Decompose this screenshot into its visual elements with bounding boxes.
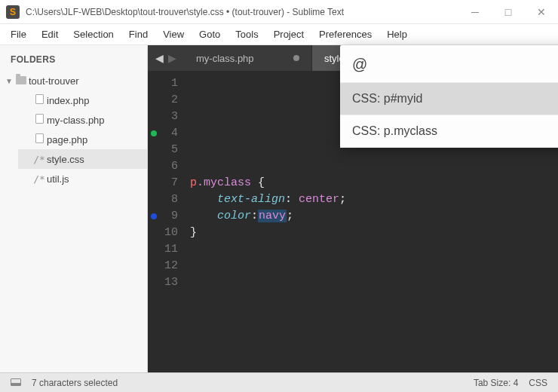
line-number: 12 — [148, 258, 178, 274]
dirty-indicator-icon — [293, 55, 299, 61]
status-syntax[interactable]: CSS — [529, 378, 547, 388]
sidebar: FOLDERS ▼ tout-trouver index.php my-clas… — [0, 45, 148, 372]
tree-file[interactable]: index.php — [18, 90, 147, 110]
title-bar: S C:\Users\JLF-WEB\Desktop\tout-trouver\… — [0, 0, 558, 24]
status-bar: 7 characters selected Tab Size: 4 CSS — [0, 372, 558, 392]
line-number: 3 — [148, 109, 178, 125]
tree-folder-root[interactable]: ▼ tout-trouver — [0, 71, 147, 90]
line-number: 1 — [148, 75, 178, 92]
menu-find[interactable]: Find — [121, 26, 155, 43]
tree-file[interactable]: my-class.php — [18, 110, 147, 130]
minimize-button[interactable]: ─ — [458, 0, 492, 24]
tree-label: style.css — [47, 154, 84, 165]
chevron-down-icon[interactable]: ▼ — [5, 77, 14, 85]
line-number: 4 — [148, 125, 178, 142]
menu-selection[interactable]: Selection — [66, 26, 121, 43]
status-selection[interactable]: 7 characters selected — [32, 378, 118, 388]
sidebar-heading: FOLDERS — [0, 50, 147, 71]
gutter-mark-icon — [151, 130, 157, 136]
maximize-button[interactable]: □ — [492, 0, 525, 24]
tab-inactive[interactable]: my-class.php — [184, 45, 312, 71]
line-number: 8 — [148, 191, 178, 208]
line-gutter: 1 2 3 4 5 6 7 8 9 10 11 12 13 — [148, 71, 184, 372]
line-number: 5 — [148, 142, 178, 158]
line-number: 13 — [148, 274, 178, 291]
status-tab-size[interactable]: Tab Size: 4 — [474, 378, 518, 388]
line-number: 6 — [148, 158, 178, 175]
file-icon — [32, 94, 47, 106]
tree-label: my-class.php — [47, 115, 105, 126]
tree-file[interactable]: page.php — [18, 130, 147, 149]
goto-option-selected[interactable]: CSS: p#myid — [340, 83, 558, 115]
menu-goto[interactable]: Goto — [192, 26, 228, 43]
tab-label: my-class.php — [196, 53, 254, 64]
menu-bar: File Edit Selection Find View Goto Tools… — [0, 24, 558, 45]
tree-file-selected[interactable]: /* style.css — [18, 149, 147, 169]
line-number: 10 — [148, 225, 178, 241]
panel-toggle-icon[interactable] — [11, 378, 21, 388]
tree-label: tout-trouver — [29, 75, 78, 87]
folder-tree: ▼ tout-trouver index.php my-class.php — [0, 71, 147, 188]
menu-file[interactable]: File — [3, 26, 34, 43]
close-button[interactable]: ✕ — [525, 0, 558, 24]
goto-symbol-popup: @ CSS: p#myid CSS: p.myclass — [340, 45, 558, 148]
menu-view[interactable]: View — [155, 26, 192, 43]
menu-help[interactable]: Help — [379, 26, 415, 43]
code-file-icon: /* — [32, 173, 47, 185]
file-icon — [32, 133, 47, 145]
menu-edit[interactable]: Edit — [34, 26, 66, 43]
tab-prev-icon[interactable]: ◀ — [155, 52, 164, 64]
file-icon — [32, 114, 47, 126]
menu-tools[interactable]: Tools — [228, 26, 265, 43]
line-number: 7 — [148, 175, 178, 191]
tree-file[interactable]: /* util.js — [18, 169, 147, 188]
app-icon: S — [6, 5, 20, 19]
tab-next-icon[interactable]: ▶ — [168, 52, 176, 64]
line-number: 2 — [148, 92, 178, 109]
selected-text: navy — [258, 210, 287, 222]
gutter-mark-icon — [151, 213, 157, 219]
tree-label: index.php — [47, 95, 89, 106]
code-file-icon: /* — [32, 154, 47, 165]
menu-preferences[interactable]: Preferences — [311, 26, 379, 43]
tree-label: page.php — [47, 134, 87, 145]
folder-icon — [14, 75, 29, 87]
editor-area: ◀ ▶ my-class.php style.css ▼ 1 2 3 4 5 6… — [148, 45, 558, 372]
window-title: C:\Users\JLF-WEB\Desktop\tout-trouver\st… — [26, 7, 458, 17]
line-number: 11 — [148, 241, 178, 258]
goto-search-input[interactable]: @ — [340, 45, 558, 83]
menu-project[interactable]: Project — [266, 26, 311, 43]
tab-nav-arrows: ◀ ▶ — [148, 45, 184, 71]
main-area: FOLDERS ▼ tout-trouver index.php my-clas… — [0, 45, 558, 372]
window-controls: ─ □ ✕ — [458, 0, 558, 24]
goto-option[interactable]: CSS: p.myclass — [340, 115, 558, 148]
line-number: 9 — [148, 208, 178, 225]
tree-label: util.js — [47, 173, 69, 185]
